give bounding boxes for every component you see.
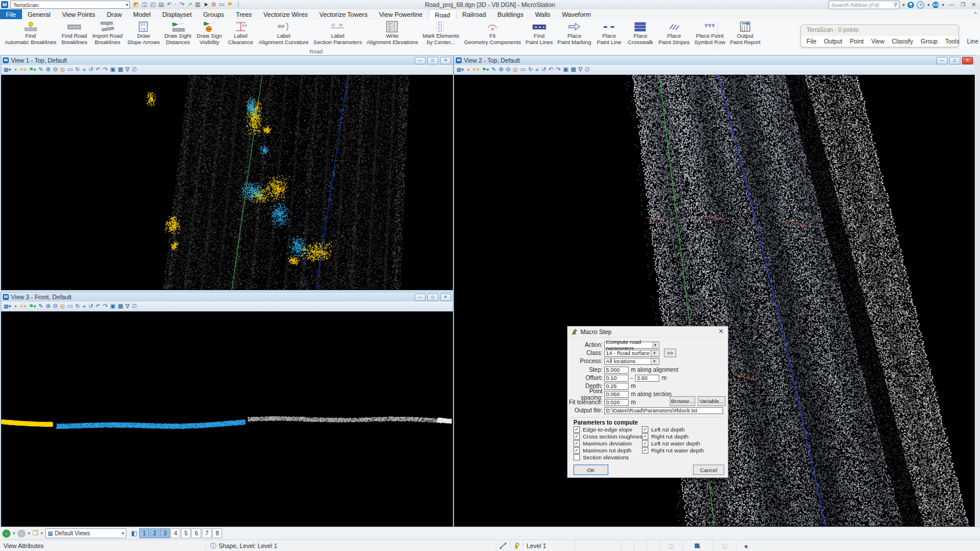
saved-view-flag-icon[interactable]: ⚑▾ — [29, 66, 37, 74]
ribbon-tab[interactable]: General — [22, 9, 56, 19]
dialog-titlebar[interactable]: Macro Step ✕ — [568, 327, 728, 338]
copy-view-icon[interactable]: ▣ — [110, 302, 115, 310]
checkbox[interactable]: ✓ — [574, 433, 580, 440]
class-select[interactable]: 14 - Road surface▾ — [604, 350, 659, 357]
zoom-in-icon[interactable]: ⊕ — [499, 66, 503, 74]
ribbon-tab[interactable]: Trees — [230, 9, 258, 19]
zoom-out-icon[interactable]: ⊖ — [53, 302, 57, 310]
rotate-view-icon[interactable]: ↻ — [75, 66, 80, 74]
fence-mode-segment[interactable]: ◱ — [713, 540, 736, 551]
checkbox[interactable]: ✓ — [574, 440, 580, 447]
selection-segment[interactable]: ✕ — [683, 540, 713, 551]
view-minimize-button[interactable]: — — [415, 293, 426, 301]
save-icon[interactable]: ◫ — [141, 1, 147, 8]
view-display-menu-icon[interactable]: ▦▾ — [456, 66, 464, 74]
view-toggle-button[interactable]: 8 — [212, 528, 222, 538]
undo-icon[interactable]: ↶ — [167, 1, 172, 8]
parameter-checkbox-row[interactable]: ✓Left rut depth — [642, 426, 685, 433]
cached-visible-edges-segment[interactable]: ◫ — [660, 540, 683, 551]
ribbon-button[interactable]: Place Crosswalk — [625, 19, 656, 45]
zoom-in-icon[interactable]: ⊕ — [46, 302, 50, 310]
ribbon-tab[interactable]: Vectorize Wires — [257, 9, 313, 19]
terrascan-menu-item[interactable]: Group — [921, 38, 938, 45]
history-dot-icon[interactable]: · — [175, 1, 176, 8]
class-more-button[interactable]: >> — [664, 349, 676, 357]
ribbon-tab[interactable]: View Powerline — [373, 9, 429, 19]
presentation-style-icon[interactable]: ◑ — [13, 302, 17, 310]
view1-pointcloud-viewport[interactable] — [1, 75, 452, 289]
ribbon-button[interactable]: 4.0 Label Clearance — [225, 19, 256, 45]
ribbon-button[interactable]: Find Automatic Breaklines — [2, 19, 59, 45]
view-toggle-button[interactable]: 1 — [139, 528, 149, 538]
ribbon-button[interactable]: Find Road Breaklines — [59, 19, 90, 45]
save-settings-icon[interactable]: ◰ — [150, 1, 155, 8]
process-select[interactable]: All locations▾ — [604, 358, 659, 365]
checkbox[interactable]: ✓ — [574, 447, 580, 454]
terrascan-menu-item[interactable]: Tools — [945, 38, 960, 45]
dgn-index-segment[interactable]: ●✕ — [736, 540, 756, 551]
copy-view-icon[interactable]: ▣ — [563, 66, 568, 74]
view-toggle-button[interactable]: 5 — [181, 528, 191, 538]
parameter-checkbox-row[interactable]: ✓Maximum rut depth — [574, 447, 631, 454]
chevron-down-icon[interactable]: ▾ — [902, 2, 905, 8]
flag-icon[interactable]: ⚑ — [227, 1, 233, 8]
ribbon-tab[interactable]: Draw — [101, 9, 128, 19]
redo-view-icon[interactable]: ↷ — [103, 302, 107, 310]
chevron-down-icon[interactable]: ▾ — [927, 2, 930, 8]
view-toggle-button[interactable]: 2 — [150, 528, 159, 538]
ribbon-button[interactable]: Place Paint Line — [593, 19, 625, 45]
tile-views-icon[interactable]: ▩ — [571, 66, 576, 74]
view3-titlebar[interactable]: M View 3 - Front, Default — ◻ ✕ — [1, 292, 453, 302]
redo-icon[interactable]: ↷ — [180, 1, 184, 8]
chevron-down-icon[interactable]: ▾ — [41, 531, 43, 536]
clip-volume-icon[interactable]: ∇ — [579, 66, 583, 74]
tile-views-icon[interactable]: ▩ — [118, 66, 123, 74]
fit-view-icon[interactable]: ▭ — [67, 66, 72, 74]
forward-button[interactable]: › — [17, 530, 26, 538]
parameter-checkbox-row[interactable]: Section elevations — [574, 454, 629, 461]
open-file-icon[interactable]: ◩ — [133, 1, 139, 8]
pan-view-icon[interactable]: + — [82, 66, 86, 74]
ribbon-button[interactable]: SXYZSXYZSXYZ Write Alignment Elevations — [364, 19, 420, 45]
snap-mode-segment[interactable] — [496, 540, 510, 551]
parameter-checkbox-row[interactable]: ✓Maximum deviation — [574, 440, 631, 447]
redo-view-icon[interactable]: ↷ — [556, 66, 560, 74]
view-restore-button[interactable]: ◻ — [949, 57, 960, 64]
delete-element-icon[interactable]: ⊘ — [211, 1, 216, 8]
ribbon-tab[interactable]: Model — [128, 9, 157, 19]
window-area-icon[interactable]: ◎ — [60, 66, 65, 74]
print-icon[interactable]: ▥ — [195, 1, 200, 8]
view2-titlebar[interactable]: M View 2 - Top, Default — ◻ ✕ — [454, 56, 975, 65]
depth-input[interactable]: 0.25 — [604, 383, 629, 390]
offset-max-input[interactable]: 3.60 — [635, 375, 659, 382]
walk-view-icon[interactable]: ↺ — [88, 66, 93, 74]
attach-icon[interactable]: ↗ — [187, 1, 192, 8]
presentation-style-icon[interactable]: ◑ — [466, 66, 470, 74]
ribbon-tab[interactable]: Waveform — [556, 9, 597, 19]
view-toggle-button[interactable]: 6 — [191, 528, 201, 538]
restore-button[interactable]: ❐ — [959, 2, 967, 8]
saved-view-flag-icon[interactable]: ⚑▾ — [29, 302, 37, 310]
copy-view-icon[interactable]: ▣ — [110, 66, 115, 74]
update-view-brush-icon[interactable]: ✎ — [38, 66, 43, 74]
window-area-icon[interactable]: ◎ — [60, 302, 65, 310]
point-spacing-input[interactable]: 0.050 — [604, 391, 629, 398]
terrascan-menu-item[interactable]: View — [871, 38, 884, 45]
view-toggle-button[interactable]: 7 — [202, 528, 212, 538]
clip-mask-icon[interactable]: ∅ — [585, 66, 590, 74]
ribbon-tab[interactable]: Railroad — [456, 9, 492, 19]
checkbox[interactable]: ✓ — [574, 426, 580, 433]
terrascan-menu-item[interactable]: Classify — [892, 38, 913, 45]
view-restore-button[interactable]: ◻ — [427, 57, 438, 64]
browse-button[interactable]: Browse... — [670, 396, 695, 406]
ribbon-button[interactable]: Output Paint Report — [728, 19, 763, 45]
offset-min-input[interactable]: 0.10 — [604, 375, 629, 382]
clip-volume-icon[interactable]: ∇ — [126, 302, 130, 310]
ribbon-button[interactable]: Draw Sign Visibility — [194, 19, 225, 45]
pan-view-icon[interactable]: + — [535, 66, 539, 74]
view-display-menu-icon[interactable]: ▦▾ — [3, 302, 11, 310]
search-ribbon-input[interactable]: Search Ribbon (F4) ⚲ — [829, 1, 899, 9]
parameter-checkbox-row[interactable]: ✓Left rut water depth — [642, 440, 700, 447]
ribbon-tab[interactable]: Buildings — [492, 9, 529, 19]
checkbox[interactable]: ✓ — [642, 433, 648, 440]
